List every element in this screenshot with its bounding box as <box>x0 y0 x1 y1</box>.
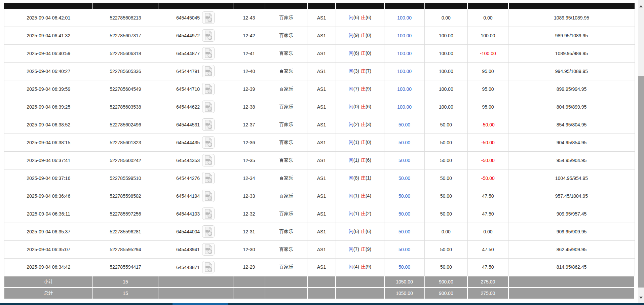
banker-label: 庄 <box>361 193 366 198</box>
banker-label: 庄 <box>361 86 366 91</box>
banker-points: (3) <box>366 122 371 127</box>
bet-amount-link[interactable]: 50.00 <box>399 211 410 217</box>
game-type-cell: 百家乐 <box>265 187 307 205</box>
bet-amount-link[interactable]: 50.00 <box>399 264 410 270</box>
result-cell: 闲(7)庄(9) <box>336 80 384 98</box>
header-game-no <box>158 3 233 9</box>
player-label: 闲 <box>349 211 353 216</box>
result-cell: 闲(1)庄(6) <box>336 151 384 169</box>
player-label: 闲 <box>349 122 353 127</box>
player-points: (6) <box>353 50 359 56</box>
balance-cell: 862.45/909.95 <box>508 240 635 258</box>
video-replay-button[interactable] <box>202 154 215 166</box>
video-replay-button[interactable] <box>202 65 215 77</box>
header-win-loss <box>467 3 508 9</box>
horizontal-scrollbar[interactable] <box>0 303 644 305</box>
round-cell: 12-30 <box>233 240 265 258</box>
bet-history-table: 2025-09-04 06:42:01522785608213645445045… <box>4 3 635 299</box>
bet-amount-link[interactable]: 50.00 <box>399 176 410 181</box>
video-replay-button[interactable] <box>202 118 215 131</box>
win-loss-cell: -100.00 <box>467 44 508 62</box>
bet-amount-link[interactable]: 50.00 <box>399 193 410 199</box>
table-row: 2025-09-04 06:35:07522785595294645443941… <box>4 240 635 258</box>
valid-amount-cell: 50.00 <box>425 187 467 205</box>
banker-label: 庄 <box>361 33 366 38</box>
bet-amount-link[interactable]: 100.00 <box>397 15 412 21</box>
round-cell: 12-39 <box>233 80 265 98</box>
bet-amount-link[interactable]: 100.00 <box>397 51 412 56</box>
game-type-cell: 百家乐 <box>265 62 307 80</box>
video-replay-button[interactable] <box>202 207 215 220</box>
bet-amount-cell: 100.00 <box>384 98 425 116</box>
table-name-cell: AS1 <box>307 62 336 80</box>
balance-cell: 899.95/994.95 <box>508 80 635 98</box>
bet-amount-link[interactable]: 100.00 <box>397 86 412 92</box>
game-number-cell: 645444622 <box>158 98 233 116</box>
bet-amount-link[interactable]: 50.00 <box>399 158 410 163</box>
round-cell: 12-31 <box>233 223 265 240</box>
bet-amount-link[interactable]: 50.00 <box>399 229 410 234</box>
result-cell: 闲(0)庄(6) <box>336 98 384 116</box>
valid-amount-cell: 50.00 <box>425 205 467 223</box>
game-type-cell: 百家乐 <box>265 205 307 223</box>
game-type-cell: 百家乐 <box>265 240 307 258</box>
player-points: (1) <box>353 211 359 216</box>
result-cell: 闲(7)庄(9) <box>336 240 384 258</box>
banker-points: (0) <box>366 140 371 145</box>
video-file-icon <box>203 83 214 94</box>
valid-amount-cell: 100.00 <box>425 27 467 44</box>
result-cell: 闲(6)庄(0) <box>336 44 384 62</box>
video-replay-button[interactable] <box>202 101 215 113</box>
game-number-cell: 645445045 <box>158 9 233 27</box>
bet-amount-link[interactable]: 100.00 <box>397 104 412 110</box>
game-number: 645444531 <box>176 122 200 127</box>
video-file-icon <box>203 137 214 148</box>
video-replay-button[interactable] <box>202 172 215 184</box>
bet-amount-link[interactable]: 50.00 <box>399 122 410 127</box>
win-loss-cell: 95.00 <box>467 62 508 80</box>
game-number: 645444791 <box>176 69 200 74</box>
bet-amount-link[interactable]: 50.00 <box>399 140 410 145</box>
video-replay-button[interactable] <box>202 243 215 256</box>
video-replay-button[interactable] <box>202 83 215 95</box>
table-row: 2025-09-04 06:36:46522785598502645444194… <box>4 187 635 205</box>
banker-points: (2) <box>366 211 371 216</box>
bet-time-cell: 2025-09-04 06:35:37 <box>4 223 93 240</box>
vertical-scrollbar-thumb[interactable] <box>638 76 644 288</box>
game-number-cell: 645444103 <box>158 205 233 223</box>
game-number-cell: 645443941 <box>158 240 233 258</box>
game-type-cell: 百家乐 <box>265 27 307 44</box>
game-number: 645444435 <box>176 140 200 145</box>
up-arrow-icon[interactable] <box>639 5 643 7</box>
down-arrow-icon[interactable] <box>639 297 643 299</box>
result-cell: 闲(2)庄(3) <box>336 116 384 134</box>
video-replay-button[interactable] <box>202 136 215 149</box>
video-replay-button[interactable] <box>202 190 215 202</box>
player-points: (2) <box>353 122 359 127</box>
video-replay-button[interactable] <box>202 261 215 273</box>
total-row-empty-result <box>336 288 384 299</box>
vertical-scrollbar[interactable] <box>638 0 644 303</box>
table-row: 2025-09-04 06:39:25522785603538645444622… <box>4 98 635 116</box>
bet-time-cell: 2025-09-04 06:39:25 <box>4 98 93 116</box>
video-replay-button[interactable] <box>202 29 215 42</box>
total-row: 总计151050.00900.00275.00 <box>4 288 635 299</box>
video-replay-button[interactable] <box>202 225 215 238</box>
game-number-cell: 645444877 <box>158 44 233 62</box>
balance-cell: 814.95/862.45 <box>508 258 635 276</box>
bet-amount-link[interactable]: 100.00 <box>397 69 412 74</box>
game-type-cell: 百家乐 <box>265 258 307 276</box>
bet-amount-link[interactable]: 100.00 <box>397 33 412 38</box>
horizontal-scrollbar-thumb[interactable] <box>173 303 228 305</box>
video-file-icon <box>203 101 214 112</box>
bet-time-cell: 2025-09-04 06:40:59 <box>4 44 93 62</box>
table-row: 2025-09-04 06:35:37522785596281645444004… <box>4 223 635 240</box>
bet-amount-link[interactable]: 50.00 <box>399 247 410 252</box>
video-file-icon <box>203 244 214 255</box>
video-replay-button[interactable] <box>202 11 215 24</box>
bill-number-cell: 522785607317 <box>93 27 158 44</box>
video-replay-button[interactable] <box>202 47 215 60</box>
subtotal-row-empty-result <box>336 276 384 288</box>
player-points: (1) <box>353 140 359 145</box>
header-game-type <box>265 3 307 9</box>
